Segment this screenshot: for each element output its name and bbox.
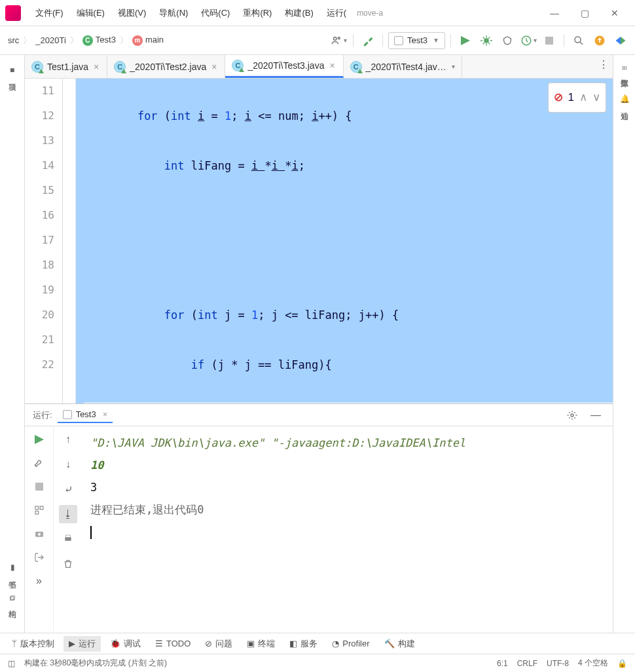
wrench-icon[interactable] xyxy=(30,454,48,472)
problems-tab[interactable]: ⊘问题 xyxy=(200,636,238,652)
tab-test1[interactable]: CTest1.java× xyxy=(25,55,107,78)
menu-refactor[interactable]: 重构(R) xyxy=(236,5,278,22)
tab-test3[interactable]: C_2020Ti\Test3.java× xyxy=(225,55,343,78)
notifications-tool-tab[interactable]: 🔔通知 xyxy=(616,88,632,111)
menu-bar: 文件(F) 编辑(E) 视图(V) 导航(N) 代码(C) 重构(R) 构建(B… xyxy=(0,0,635,26)
gutter-line-numbers: 111213141516171819202122 xyxy=(25,79,63,403)
soft-wrap-icon[interactable]: ⤶ xyxy=(59,480,77,498)
svg-point-5 xyxy=(575,37,581,43)
prev-highlight-icon[interactable]: ∧ xyxy=(579,85,587,110)
hide-panel-icon[interactable]: — xyxy=(587,406,605,424)
menu-file[interactable]: 文件(F) xyxy=(29,5,70,22)
update-icon[interactable] xyxy=(590,31,609,50)
status-indent[interactable]: 4 个空格 xyxy=(578,658,608,669)
print-icon[interactable] xyxy=(59,530,77,548)
menu-navigate[interactable]: 导航(N) xyxy=(153,5,194,22)
users-icon[interactable]: ▾ xyxy=(329,31,348,50)
left-tool-stripe: ■项目 ▮书签 ⧉结构 xyxy=(0,55,25,633)
status-line-ending[interactable]: CRLF xyxy=(517,659,537,668)
svg-rect-4 xyxy=(545,37,553,45)
arrow-down-icon[interactable]: ↓ xyxy=(59,455,77,474)
inspection-widget[interactable]: ⊘1 ∧ ∨ xyxy=(548,83,606,113)
window-close-button[interactable]: ✕ xyxy=(600,3,630,24)
svg-rect-9 xyxy=(35,506,39,510)
trash-icon[interactable] xyxy=(59,555,77,573)
breadcrumb-src[interactable]: src xyxy=(5,34,22,47)
svg-point-0 xyxy=(333,37,336,40)
breadcrumb-class[interactable]: CTest3 xyxy=(80,33,118,47)
breadcrumb-pkg[interactable]: _2020Ti xyxy=(33,34,69,47)
search-icon[interactable] xyxy=(570,31,588,50)
exit-icon[interactable] xyxy=(30,548,48,567)
code-area[interactable]: for (int i = 1; i <= num; i++) { int liF… xyxy=(76,79,613,403)
layout-icon[interactable] xyxy=(30,501,48,519)
status-message: 构建在 3秒80毫秒内成功完成 (片刻 之前) xyxy=(24,658,167,669)
svg-rect-15 xyxy=(66,535,71,537)
editor-tabs: CTest1.java× C_2020Ti\Test2.java× C_2020… xyxy=(25,55,613,79)
svg-point-13 xyxy=(38,533,41,536)
run-left-tools: » xyxy=(25,426,54,633)
database-tool-tab[interactable]: ≡数据库 xyxy=(616,60,632,78)
fold-gutter[interactable] xyxy=(63,79,76,403)
status-position[interactable]: 6:1 xyxy=(497,659,508,668)
tab-test4[interactable]: C_2020Ti\Test4.jav…▾ xyxy=(344,55,462,78)
profile-button[interactable]: ▾ xyxy=(519,31,537,50)
console-output[interactable]: "D:\JAVA JDK\bin\java.exe" "-javaagent:D… xyxy=(82,426,613,633)
camera-icon[interactable] xyxy=(30,525,48,543)
menu-edit[interactable]: 编辑(E) xyxy=(70,5,111,22)
close-icon[interactable]: × xyxy=(103,409,108,419)
menu-code[interactable]: 代码(C) xyxy=(194,5,236,22)
editor[interactable]: 111213141516171819202122 for (int i = 1;… xyxy=(25,79,613,403)
svg-rect-8 xyxy=(35,483,43,491)
terminal-tab[interactable]: ▣终端 xyxy=(242,636,280,652)
structure-tool-tab[interactable]: ⧉结构 xyxy=(4,590,20,609)
status-bar: ◫ 构建在 3秒80毫秒内成功完成 (片刻 之前) 6:1 CRLF UTF-8… xyxy=(0,654,635,672)
arrow-up-icon[interactable]: ↑ xyxy=(59,430,77,449)
stop-button[interactable] xyxy=(540,31,558,50)
profiler-tab[interactable]: ◔Profiler xyxy=(327,637,374,650)
expand-icon[interactable]: » xyxy=(30,572,48,590)
run-tool-window: 运行: Test3× — » ↑ ↓ xyxy=(25,403,613,633)
code-with-me-icon[interactable] xyxy=(611,31,630,50)
run-tab-bottom[interactable]: ▶运行 xyxy=(64,636,101,652)
window-minimize-button[interactable]: — xyxy=(539,3,570,24)
run-label: 运行: xyxy=(33,409,52,421)
close-icon[interactable]: × xyxy=(210,62,218,72)
run-tab[interactable]: Test3× xyxy=(58,407,113,423)
debug-button[interactable] xyxy=(477,31,496,50)
breadcrumb-method[interactable]: mmain xyxy=(130,33,166,47)
app-logo xyxy=(5,5,21,21)
svg-rect-14 xyxy=(65,537,71,540)
tab-test2[interactable]: C_2020Ti\Test2.java× xyxy=(107,55,225,78)
todo-tab[interactable]: ☰TODO xyxy=(150,637,196,650)
run-mid-tools: ↑ ↓ ⤶ ⭳ xyxy=(54,426,82,633)
next-highlight-icon[interactable]: ∨ xyxy=(592,85,600,110)
debug-tab[interactable]: 🐞调试 xyxy=(105,636,146,652)
stop-icon2[interactable] xyxy=(30,477,48,496)
status-window-icon[interactable]: ◫ xyxy=(8,659,15,668)
coverage-button[interactable] xyxy=(498,31,517,50)
menu-run-trunc[interactable]: 运行( xyxy=(320,5,353,22)
svg-point-7 xyxy=(571,414,573,417)
scroll-end-icon[interactable]: ⭳ xyxy=(59,505,77,523)
gear-icon[interactable] xyxy=(563,406,581,424)
build-hammer-icon[interactable] xyxy=(359,31,377,50)
run-button[interactable] xyxy=(456,31,475,50)
menu-build[interactable]: 构建(B) xyxy=(278,5,319,22)
status-encoding[interactable]: UTF-8 xyxy=(547,659,569,668)
vcs-tab[interactable]: ᛘ版本控制 xyxy=(7,636,60,652)
title-overflow: move-a xyxy=(353,9,387,18)
run-config-select[interactable]: Test3▼ xyxy=(388,32,445,49)
close-icon[interactable]: × xyxy=(328,60,336,71)
services-tab[interactable]: ◧服务 xyxy=(284,636,323,652)
tabs-more-icon[interactable]: ⋮ xyxy=(594,55,613,73)
svg-point-1 xyxy=(338,37,340,39)
menu-view[interactable]: 视图(V) xyxy=(111,5,153,22)
bookmarks-tool-tab[interactable]: ▮书签 xyxy=(4,557,20,580)
status-lock-icon[interactable]: 🔒 xyxy=(617,659,627,668)
window-maximize-button[interactable]: ▢ xyxy=(570,3,600,24)
close-icon[interactable]: × xyxy=(92,62,100,72)
rerun-icon[interactable] xyxy=(30,430,48,449)
project-tool-tab[interactable]: ■项目 xyxy=(4,60,20,83)
build-tab[interactable]: 🔨构建 xyxy=(379,636,420,652)
